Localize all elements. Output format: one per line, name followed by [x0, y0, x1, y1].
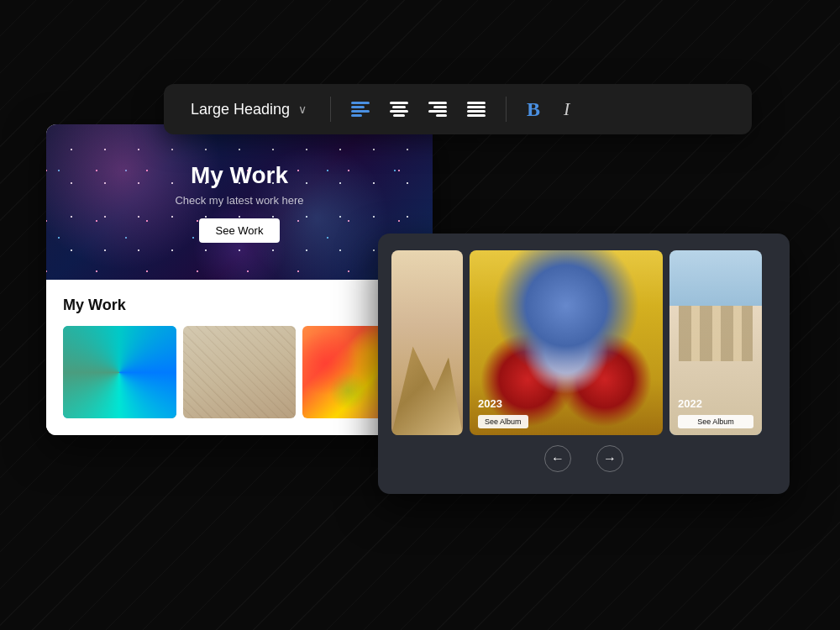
scene-container: Large Heading ∨ — [0, 0, 840, 630]
align-group — [348, 98, 489, 120]
svg-rect-13 — [467, 106, 486, 108]
work-section-title: My Work — [63, 297, 416, 314]
see-album-button-2023[interactable]: See Album — [478, 415, 528, 428]
arrow-left-icon: ← — [551, 451, 564, 466]
gallery-carousel-panel: 2023 See Album 2022 See Album ← → — [378, 234, 790, 494]
chevron-down-icon: ∨ — [298, 102, 307, 116]
align-right-button[interactable] — [425, 98, 450, 120]
hero-subtitle: Check my latest work here — [175, 194, 303, 207]
artwork-2 — [183, 326, 297, 418]
svg-rect-3 — [351, 114, 362, 117]
svg-rect-2 — [351, 110, 370, 113]
svg-rect-4 — [390, 102, 408, 104]
svg-rect-9 — [433, 106, 447, 108]
carousel-card-1 — [391, 250, 463, 435]
hero-cta-button[interactable]: See Work — [199, 218, 281, 243]
svg-rect-11 — [436, 114, 447, 117]
mountain-artwork — [391, 250, 463, 435]
svg-rect-5 — [392, 106, 406, 108]
formatting-toolbar: Large Heading ∨ — [164, 84, 752, 134]
toolbar-divider-2 — [506, 97, 507, 122]
align-justify-button[interactable] — [464, 98, 489, 120]
work-section: My Work — [46, 280, 433, 435]
heading-label: Large Heading — [191, 101, 290, 118]
carousel-navigation: ← → — [378, 435, 790, 482]
year-badge-2022: 2022 — [678, 397, 702, 410]
svg-rect-8 — [428, 102, 447, 104]
svg-rect-0 — [351, 102, 370, 104]
arrow-right-icon: → — [603, 451, 617, 466]
hero-title: My Work — [191, 162, 288, 189]
carousel-card-3: 2022 See Album — [669, 250, 762, 435]
hero-section: My Work Check my latest work here See Wo… — [46, 124, 433, 280]
svg-rect-7 — [393, 114, 405, 117]
carousel-inner: 2023 See Album 2022 See Album — [378, 234, 790, 435]
svg-rect-14 — [467, 110, 486, 113]
bold-button[interactable]: B — [523, 96, 543, 123]
svg-rect-15 — [467, 114, 486, 117]
carousel-prev-button[interactable]: ← — [544, 445, 571, 472]
year-badge-2023: 2023 — [478, 397, 502, 410]
bold-icon: B — [527, 99, 540, 119]
svg-rect-10 — [428, 110, 447, 113]
italic-icon: I — [564, 100, 570, 118]
carousel-card-2: 2023 See Album — [470, 250, 663, 435]
carousel-next-button[interactable]: → — [596, 445, 623, 472]
website-preview-panel: My Work Check my latest work here See Wo… — [46, 124, 433, 435]
svg-rect-1 — [351, 106, 365, 108]
heading-dropdown[interactable]: Large Heading ∨ — [184, 97, 313, 122]
align-left-button[interactable] — [348, 98, 373, 120]
see-album-button-2022[interactable]: See Album — [678, 415, 753, 428]
svg-rect-12 — [467, 102, 486, 104]
align-center-button[interactable] — [386, 98, 412, 120]
toolbar-divider-1 — [330, 97, 331, 122]
italic-button[interactable]: I — [560, 97, 573, 122]
artwork-1 — [63, 326, 176, 418]
svg-rect-6 — [390, 110, 408, 113]
work-grid — [63, 326, 416, 418]
